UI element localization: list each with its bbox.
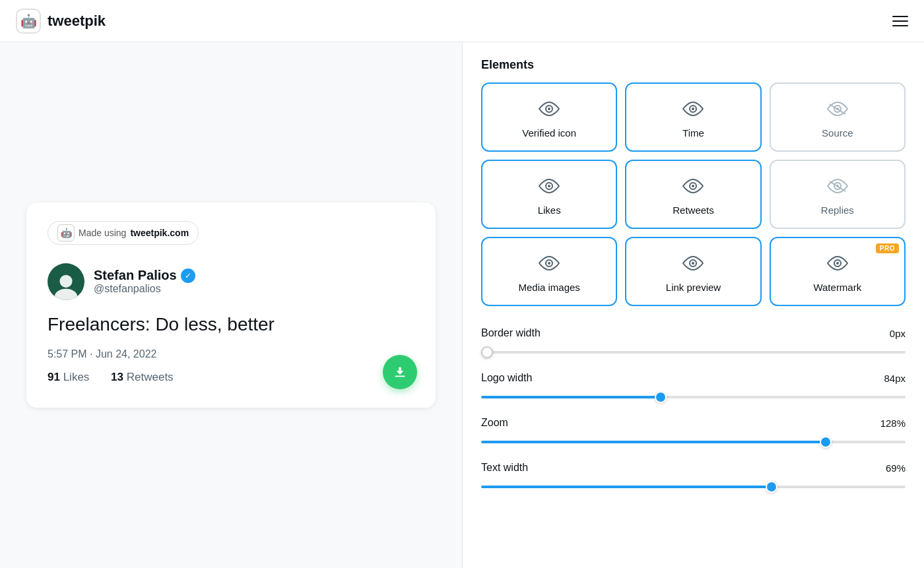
svg-point-12 — [692, 185, 694, 187]
hamburger-menu-button[interactable] — [892, 16, 908, 26]
watermark-text: 🤖 Made using tweetpik.com — [48, 221, 199, 245]
logo-container: 🤖 tweetpik — [16, 9, 106, 34]
logo-width-slider-section: Logo width 84px — [481, 372, 906, 401]
svg-point-19 — [692, 262, 694, 265]
likes-label: Likes — [538, 205, 561, 216]
eye-open-icon — [827, 253, 848, 274]
author-name-row: Stefan Palios ✓ — [94, 268, 195, 283]
elements-grid: Verified icon Time Source — [481, 82, 906, 306]
tweet-author: Stefan Palios ✓ @stefanpalios — [48, 263, 414, 300]
app-header: 🤖 tweetpik — [0, 0, 924, 42]
verified-badge-icon: ✓ — [181, 268, 195, 283]
logo-width-value: 84px — [884, 373, 906, 384]
author-info: Stefan Palios ✓ @stefanpalios — [94, 268, 195, 295]
tweet-preview-panel: 🤖 Made using tweetpik.com Stef — [0, 42, 462, 568]
source-label: Source — [822, 127, 853, 139]
svg-point-0 — [59, 274, 72, 287]
tweet-stats: 91 Likes 13 Retweets — [48, 371, 414, 384]
zoom-input[interactable] — [481, 441, 906, 443]
tweet-time: 5:57 PM · Jun 24, 2022 — [48, 348, 414, 360]
download-button[interactable] — [383, 355, 417, 389]
time-label: Time — [682, 127, 704, 139]
logo-width-label: Logo width — [481, 372, 532, 384]
verified-icon-label: Verified icon — [522, 127, 576, 139]
tweet-watermark: 🤖 Made using tweetpik.com — [48, 221, 414, 245]
logo-icon: 🤖 — [16, 9, 41, 34]
replies-label: Replies — [821, 205, 854, 216]
likes-count: 91 — [48, 371, 60, 383]
text-width-input[interactable] — [481, 486, 906, 488]
logo-text: tweetpik — [48, 13, 106, 30]
eye-open-icon — [682, 98, 704, 119]
link-preview-label: Link preview — [666, 282, 721, 293]
retweets-label: Retweets — [673, 205, 714, 216]
author-avatar — [48, 263, 84, 300]
element-card-source[interactable]: Source — [770, 82, 906, 152]
zoom-slider-section: Zoom 128% — [481, 417, 906, 446]
element-card-watermark[interactable]: PRO Watermark — [770, 237, 906, 306]
author-handle: @stefanpalios — [94, 283, 195, 295]
border-width-input[interactable] — [481, 351, 906, 354]
element-card-link-preview[interactable]: Link preview — [625, 237, 761, 306]
svg-point-10 — [548, 185, 550, 187]
svg-point-21 — [836, 262, 839, 265]
svg-point-5 — [692, 108, 694, 110]
main-layout: 🤖 Made using tweetpik.com Stef — [0, 42, 924, 568]
pro-badge: PRO — [876, 243, 899, 253]
zoom-value: 128% — [880, 418, 906, 429]
text-width-value: 69% — [886, 462, 906, 474]
tweet-card: 🤖 Made using tweetpik.com Stef — [26, 203, 436, 408]
eye-open-icon — [682, 253, 704, 274]
elements-section-title: Elements — [481, 58, 906, 72]
text-width-label: Text width — [481, 462, 528, 474]
element-card-verified-icon[interactable]: Verified icon — [481, 82, 617, 152]
author-name: Stefan Palios — [94, 268, 177, 283]
eye-closed-icon — [827, 98, 848, 119]
text-width-slider-section: Text width 69% — [481, 462, 906, 491]
eye-open-icon — [682, 175, 704, 197]
eye-open-icon — [539, 253, 560, 274]
retweets-count: 13 — [111, 371, 123, 383]
border-width-value: 0px — [890, 328, 906, 339]
svg-point-1 — [55, 288, 77, 300]
element-card-retweets[interactable]: Retweets — [625, 160, 761, 229]
tweet-content: Freelancers: Do less, better — [48, 312, 414, 337]
eye-open-icon — [539, 98, 560, 119]
logo-width-input[interactable] — [481, 396, 906, 398]
watermark-label: Watermark — [813, 282, 861, 293]
element-card-time[interactable]: Time — [625, 82, 761, 152]
svg-point-3 — [548, 108, 550, 110]
element-card-media-images[interactable]: Media images — [481, 237, 617, 306]
element-card-likes[interactable]: Likes — [481, 160, 617, 229]
element-card-replies[interactable]: Replies — [770, 160, 906, 229]
border-width-label: Border width — [481, 327, 541, 339]
svg-point-17 — [548, 262, 550, 265]
border-width-slider-section: Border width 0px — [481, 327, 906, 356]
watermark-logo-icon: 🤖 — [57, 224, 75, 241]
eye-closed-icon — [827, 175, 848, 197]
settings-panel: Elements Verified icon Time — [462, 42, 924, 568]
media-images-label: Media images — [518, 282, 579, 293]
zoom-label: Zoom — [481, 417, 508, 429]
eye-open-icon — [539, 175, 560, 197]
